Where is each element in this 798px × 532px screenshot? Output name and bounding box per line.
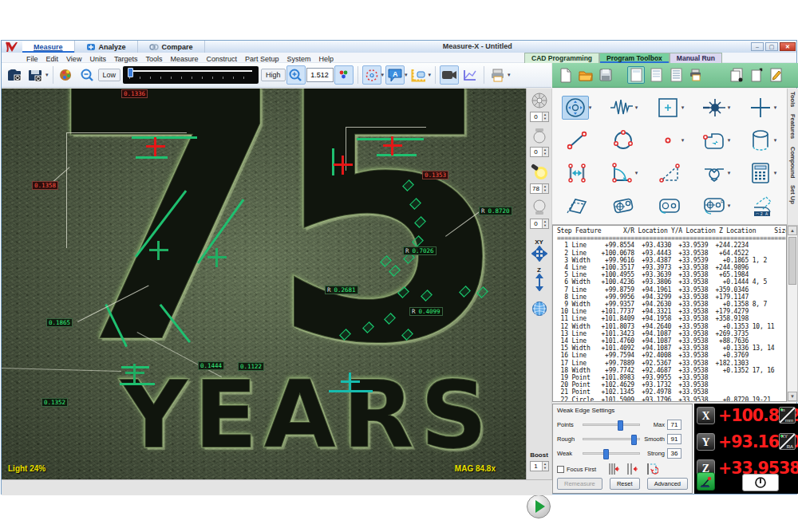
side-tab-setup[interactable]: Set Up (789, 185, 796, 204)
light-intensity-slider[interactable] (123, 66, 259, 84)
remeasure-button[interactable]: Remeasure (557, 478, 602, 490)
box-tool[interactable]: ▾ (646, 91, 693, 124)
color-balance-icon[interactable] (334, 65, 354, 85)
datum-tool[interactable] (646, 189, 693, 222)
line-feature[interactable] (554, 124, 600, 156)
new-program-icon[interactable] (557, 66, 575, 84)
smooth-value-field[interactable]: 91 (667, 434, 681, 444)
light-slider-thumb[interactable] (128, 68, 133, 77)
feature-cross-marker[interactable] (383, 136, 402, 156)
save-image-icon[interactable] (26, 65, 45, 85)
menu-item-view[interactable]: View (62, 55, 85, 63)
crosshair-tool[interactable]: ▾ (739, 91, 785, 124)
feature-cross-marker[interactable] (334, 156, 353, 175)
menu-item-file[interactable]: File (22, 55, 42, 63)
tab-manual-run[interactable]: Manual Run (670, 53, 722, 63)
surface-light-icon[interactable] (531, 199, 547, 216)
menu-item-tools[interactable]: Tools (141, 55, 166, 63)
plane-feature[interactable] (554, 189, 600, 222)
edge-strongest-icon[interactable] (626, 463, 638, 475)
power-zero-button[interactable] (742, 474, 779, 491)
cylinder-feature[interactable]: ▾ (739, 124, 785, 156)
point-feature[interactable]: ▾ (646, 124, 693, 156)
menu-item-units[interactable]: Units (85, 55, 110, 63)
spot-light-icon[interactable] (530, 162, 549, 181)
report-outline-icon[interactable] (647, 66, 665, 84)
menu-item-system[interactable]: System (283, 55, 315, 63)
print-caret[interactable]: ▾ (508, 72, 511, 78)
edit-step-icon[interactable] (768, 66, 785, 84)
feature-cross-marker[interactable] (149, 241, 168, 260)
color-palette-icon[interactable] (57, 65, 77, 85)
scroll-up-icon[interactable]: ▲ (788, 226, 797, 235)
reset-button[interactable]: Reset (610, 478, 640, 490)
groove-feature[interactable]: ▾ (693, 156, 739, 189)
camera-icon[interactable] (440, 65, 459, 85)
camera-viewport[interactable]: 75 YEARS 0.13360.13580.1353R0.8720R0.702… (2, 89, 526, 479)
open-program-icon[interactable] (577, 66, 595, 84)
side-tab-features[interactable]: Features (789, 114, 796, 139)
edge-detect-caret[interactable]: ▾ (381, 72, 385, 78)
slider-thumb[interactable] (603, 449, 609, 459)
annotate-caret[interactable]: ▾ (405, 72, 408, 78)
stage-ruler-icon[interactable] (409, 65, 429, 85)
pattern-tool[interactable]: ◠2A (739, 189, 785, 222)
profile-light-icon[interactable] (531, 127, 547, 144)
surface-light-spinner[interactable]: 0▲▼ (530, 219, 549, 229)
boost-spinner[interactable]: 1▲▼ (530, 461, 549, 471)
circle-feature[interactable] (600, 124, 646, 156)
print-report-icon[interactable] (687, 66, 705, 84)
annotate-icon[interactable]: A (385, 65, 405, 85)
slider-thumb[interactable] (631, 435, 637, 445)
laser-tool[interactable]: ▾ (693, 91, 739, 124)
align-tool[interactable] (600, 189, 646, 222)
contour-feature[interactable]: ▾ (693, 124, 739, 156)
maximize-button[interactable]: ▢ (765, 42, 778, 51)
new-step-icon[interactable] (748, 66, 765, 84)
ring-light-icon[interactable] (531, 92, 548, 109)
side-tab-compound[interactable]: Compound (789, 147, 796, 179)
feature-cross-marker[interactable] (125, 364, 144, 383)
focus-first-checkbox[interactable] (557, 466, 564, 473)
profile-light-spinner[interactable]: 0▲▼ (530, 147, 549, 157)
side-tab-tools[interactable]: Tools (789, 92, 796, 107)
scroll-down-icon[interactable]: ▼ (788, 392, 797, 401)
scan-tool[interactable]: ▾ (600, 91, 646, 124)
report-simple-icon[interactable] (627, 66, 645, 84)
slider-thumb[interactable] (618, 420, 623, 431)
calculator-tool[interactable]: ▾ (739, 156, 785, 189)
angle-feature[interactable]: ▾ (600, 156, 646, 189)
menu-item-measure[interactable]: Measure (166, 55, 202, 63)
advanced-button[interactable]: Advanced (647, 478, 688, 490)
menu-item-targets[interactable]: Targets (110, 55, 142, 63)
spot-light-spinner[interactable]: 78▲▼ (530, 183, 549, 194)
tab-program-toolbox[interactable]: Program Toolbox (599, 53, 670, 63)
units-toggle-button[interactable]: inmm (779, 407, 796, 424)
menu-item-part-setup[interactable]: Part Setup (241, 55, 283, 63)
world-icon[interactable] (531, 301, 547, 317)
tab-cad-programming[interactable]: CAD Programming (524, 53, 599, 63)
feature-cross-marker[interactable] (341, 372, 360, 392)
report-detail-icon[interactable] (667, 66, 685, 84)
ring-light-spinner[interactable]: 0▲▼ (530, 112, 549, 122)
coord-mode-toggle-button[interactable]: XYRA (779, 433, 796, 450)
edge-first-icon[interactable] (607, 463, 620, 475)
feature-cross-marker[interactable] (146, 137, 165, 156)
edge-trace-icon[interactable] (644, 463, 658, 475)
menu-item-help[interactable]: Help (315, 55, 338, 63)
edge-detect-icon[interactable] (362, 65, 381, 85)
stage-ruler-caret[interactable]: ▾ (429, 72, 432, 78)
xy-move-icon[interactable] (531, 246, 547, 262)
menu-item-edit[interactable]: Edit (42, 55, 63, 63)
weak-slider[interactable] (583, 452, 640, 455)
target-tool[interactable]: ▾ (554, 91, 600, 124)
triangle-construct[interactable] (646, 156, 693, 189)
feature-cross-marker[interactable] (207, 248, 227, 267)
zoom-value-field[interactable]: 1.512 (306, 68, 334, 82)
capture-image-icon[interactable] (6, 65, 25, 85)
rough-slider[interactable] (583, 438, 640, 440)
graph-icon[interactable] (460, 65, 480, 85)
step-results-table[interactable]: Step Feature X/R Location Y/A Location Z… (552, 225, 787, 402)
z-move-icon[interactable] (535, 274, 543, 291)
width-feature[interactable] (554, 156, 600, 189)
